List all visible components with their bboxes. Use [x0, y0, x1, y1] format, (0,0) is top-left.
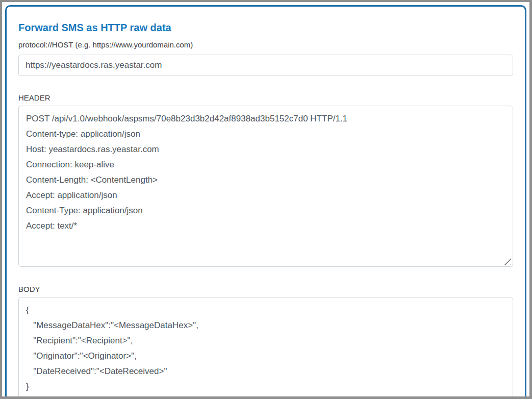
header-textarea-wrap: POST /api/v1.0/webhook/aspsms/70e8b23d3b…	[18, 106, 513, 267]
header-field-label: HEADER	[18, 93, 513, 103]
page-background: Forward SMS as HTTP raw data protocol://…	[2, 2, 529, 396]
body-field-label: BODY	[18, 284, 513, 294]
header-textarea[interactable]: POST /api/v1.0/webhook/aspsms/70e8b23d3b…	[18, 106, 513, 267]
body-textarea-wrap: { "MessageDataHex":"<MessageDataHex>", "…	[18, 297, 513, 396]
forward-sms-panel: Forward SMS as HTTP raw data protocol://…	[5, 5, 526, 396]
url-input[interactable]	[18, 55, 513, 76]
page-title: Forward SMS as HTTP raw data	[18, 7, 513, 34]
screenshot-frame: Forward SMS as HTTP raw data protocol://…	[0, 0, 532, 399]
url-field-label: protocol://HOST (e.g. https://www.yourdo…	[18, 40, 513, 50]
body-textarea[interactable]: { "MessageDataHex":"<MessageDataHex>", "…	[18, 297, 513, 396]
